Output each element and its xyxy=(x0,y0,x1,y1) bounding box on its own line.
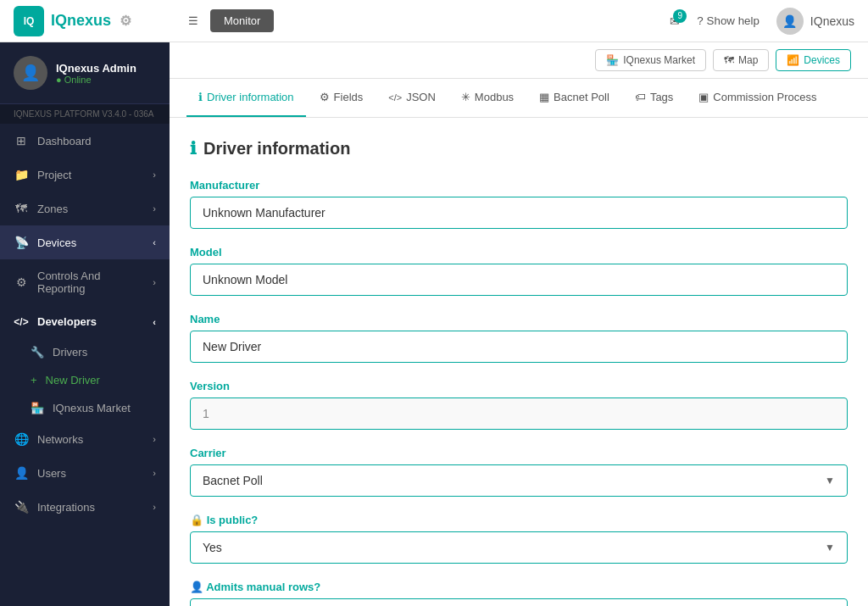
sidebar-avatar: 👤 xyxy=(14,56,47,90)
sidebar-label-market: IQnexus Market xyxy=(53,402,131,414)
hamburger-button[interactable]: ☰ xyxy=(183,9,203,32)
sidebar-item-controls[interactable]: ⚙ Controls And Reporting › xyxy=(0,259,170,305)
sidebar-subitem-drivers[interactable]: 🔧 Drivers xyxy=(0,338,170,366)
manufacturer-group: Manufacturer xyxy=(190,179,848,229)
sidebar-label-project: Project xyxy=(37,169,71,181)
model-group: Model xyxy=(190,246,848,296)
admits-manual-rows-select[interactable]: No Yes xyxy=(191,599,825,606)
map-button[interactable]: 🗺 Map xyxy=(713,49,769,71)
logo-icon: IQ xyxy=(14,6,44,36)
controls-icon: ⚙ xyxy=(14,275,29,289)
chevron-icon: › xyxy=(153,502,156,512)
sidebar-user-info: IQnexus Admin ● Online xyxy=(56,62,136,85)
tab-tags-icon: 🏷 xyxy=(635,91,646,103)
sidebar-label-dashboard: Dashboard xyxy=(37,135,92,147)
chevron-icon: ‹ xyxy=(153,237,156,247)
tab-json-label: JSON xyxy=(406,91,436,103)
monitor-button[interactable]: Monitor xyxy=(210,9,274,32)
is-public-label: 🔒 Is public? xyxy=(190,514,848,526)
tab-modbus[interactable]: ✳ Modbus xyxy=(449,79,526,117)
app-logo: IQ IQnexus ⚙ xyxy=(14,6,183,36)
sidebar-user-status: ● Online xyxy=(56,75,136,85)
tab-fields-icon: ⚙ xyxy=(320,91,330,103)
sidebar-item-networks[interactable]: 🌐 Networks › xyxy=(0,422,170,456)
sidebar-label-networks: Networks xyxy=(37,433,83,446)
page-title-text: Driver information xyxy=(203,139,350,158)
app-body: 👤 IQnexus Admin ● Online IQNEXUS PLATFOR… xyxy=(0,42,868,606)
tab-fields-label: Fields xyxy=(334,91,364,103)
developers-icon: </> xyxy=(14,316,29,328)
is-public-select[interactable]: Yes No xyxy=(191,532,825,563)
app-name: IQnexus xyxy=(51,12,111,30)
sidebar-label-integrations: Integrations xyxy=(37,501,95,514)
sidebar-label-zones: Zones xyxy=(37,203,68,215)
sidebar-label-controls: Controls And Reporting xyxy=(37,270,144,295)
admits-manual-rows-select-wrap: No Yes ▼ xyxy=(190,598,848,606)
content-area: 🏪 IQnexus Market 🗺 Map 📶 Devices ℹ Drive… xyxy=(170,42,868,606)
tab-info-icon: ℹ xyxy=(198,91,203,103)
topnav: IQ IQnexus ⚙ ☰ Monitor ✉ 9 ? Show help 👤… xyxy=(0,0,868,42)
sidebar-label-new-driver: New Driver xyxy=(46,374,100,386)
sidebar-item-dashboard[interactable]: ⊞ Dashboard xyxy=(0,124,170,158)
is-public-dropdown-icon: ▼ xyxy=(825,542,847,553)
sidebar-item-devices[interactable]: 📡 Devices ‹ xyxy=(0,225,170,259)
carrier-dropdown-icon: ▼ xyxy=(825,475,847,486)
sidebar-label-users: Users xyxy=(37,467,66,480)
show-help-button[interactable]: ? Show help xyxy=(697,14,760,27)
sidebar-subitem-iqnexus-market[interactable]: 🏪 IQnexus Market xyxy=(0,394,170,422)
help-icon: ? xyxy=(697,14,703,27)
tab-bacnet-label: Bacnet Poll xyxy=(554,91,609,103)
sidebar-label-devices: Devices xyxy=(37,236,76,249)
name-group: Name xyxy=(190,313,848,363)
tabs-bar: ℹ Driver information ⚙ Fields </> JSON ✳… xyxy=(170,79,868,118)
sidebar-item-integrations[interactable]: 🔌 Integrations › xyxy=(0,490,170,524)
chevron-icon: › xyxy=(153,277,156,287)
version-input[interactable] xyxy=(190,398,848,430)
sidebar-label-drivers: Drivers xyxy=(53,346,87,359)
tab-commission-process[interactable]: ▣ Commission Process xyxy=(687,79,828,117)
project-icon: 📁 xyxy=(14,168,29,181)
store-icon: 🏪 xyxy=(606,54,619,66)
tab-json-icon: </> xyxy=(388,92,402,103)
model-label: Model xyxy=(190,246,848,259)
name-input[interactable] xyxy=(190,331,848,363)
sidebar-version: IQNEXUS PLATFORM V3.4.0 - 036A xyxy=(0,104,170,124)
person-icon: 👤 xyxy=(190,581,203,593)
sidebar-item-developers[interactable]: </> Developers ‹ xyxy=(0,305,170,338)
map-icon: 🗺 xyxy=(724,54,734,66)
carrier-group: Carrier Bacnet Poll Modbus JSON ▼ xyxy=(190,447,848,497)
sidebar-item-project[interactable]: 📁 Project › xyxy=(0,158,170,192)
show-help-label: Show help xyxy=(707,14,760,27)
user-section[interactable]: 👤 IQnexus xyxy=(776,8,854,35)
sidebar-nav: ⊞ Dashboard 📁 Project › 🗺 Zones › 📡 Devi… xyxy=(0,124,170,606)
title-icon: ℹ xyxy=(190,138,197,158)
tab-bacnet-icon: ▦ xyxy=(539,91,549,103)
manufacturer-label: Manufacturer xyxy=(190,179,848,192)
dashboard-icon: ⊞ xyxy=(14,134,29,147)
tab-fields[interactable]: ⚙ Fields xyxy=(308,79,376,117)
user-label: IQnexus xyxy=(810,14,854,28)
carrier-select[interactable]: Bacnet Poll Modbus JSON xyxy=(191,465,825,496)
devices-button[interactable]: 📶 Devices xyxy=(776,49,851,71)
admits-manual-rows-label: 👤 Admits manual rows? xyxy=(190,581,848,593)
notification-icon[interactable]: ✉ 9 xyxy=(670,14,680,28)
new-driver-icon: + xyxy=(31,374,37,386)
notification-badge: 9 xyxy=(673,9,687,23)
sidebar-item-users[interactable]: 👤 Users › xyxy=(0,456,170,490)
admits-manual-rows-group: 👤 Admits manual rows? No Yes ▼ xyxy=(190,581,848,606)
sidebar-item-zones[interactable]: 🗺 Zones › xyxy=(0,192,170,225)
tab-tags[interactable]: 🏷 Tags xyxy=(623,79,685,117)
tab-bacnet-poll[interactable]: ▦ Bacnet Poll xyxy=(527,79,621,117)
version-group: Version xyxy=(190,380,848,430)
tab-commission-icon: ▣ xyxy=(698,91,709,103)
devices-icon: 📡 xyxy=(14,236,29,249)
model-input[interactable] xyxy=(190,264,848,296)
main-content: ℹ Driver information Manufacturer Model … xyxy=(170,118,868,606)
is-public-select-wrap: Yes No ▼ xyxy=(190,531,848,564)
tab-commission-label: Commission Process xyxy=(713,91,816,103)
manufacturer-input[interactable] xyxy=(190,197,848,229)
iqnexus-market-button[interactable]: 🏪 IQnexus Market xyxy=(595,49,706,71)
tab-driver-information[interactable]: ℹ Driver information xyxy=(186,79,306,117)
tab-json[interactable]: </> JSON xyxy=(376,79,448,117)
sidebar-subitem-new-driver[interactable]: + New Driver xyxy=(0,366,170,394)
